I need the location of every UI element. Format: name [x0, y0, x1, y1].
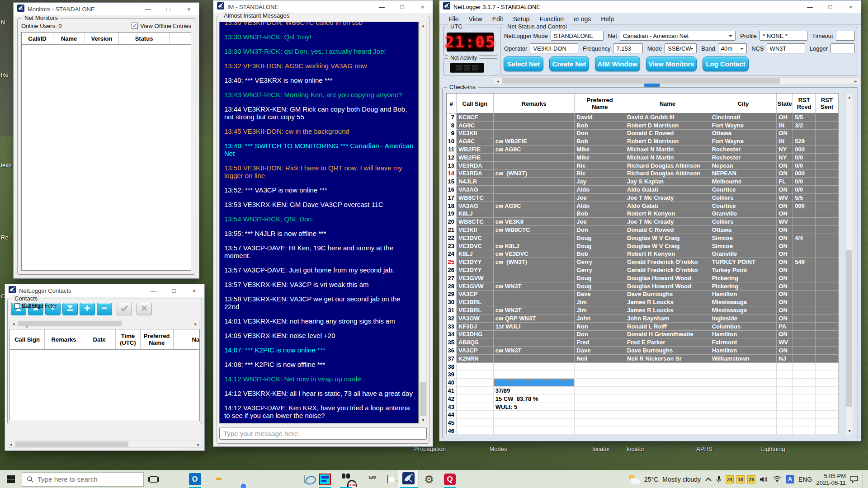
im-titlebar[interactable]: IM - STANDALONE — □ ×	[213, 0, 433, 13]
log-contact-button[interactable]: Log Contact	[703, 56, 749, 71]
checkin-row[interactable]: 34VE3DHGDonDonald H GrisenthwaiteHamilto…	[447, 331, 839, 339]
checkin-row[interactable]: 44	[447, 411, 839, 419]
maximize-button[interactable]: □	[158, 3, 179, 15]
desktop-icon-label[interactable]: locator	[613, 446, 658, 452]
checkin-row[interactable]: 30VE3BRLJimJames R LoucksMississaugaON	[447, 298, 839, 306]
display-settings-taskbar-button[interactable]	[377, 470, 398, 488]
column-header[interactable]: Preferred Name	[141, 329, 174, 349]
close-button[interactable]: ×	[840, 0, 861, 13]
menu-setup[interactable]: Setup	[509, 14, 534, 23]
checkin-row[interactable]: 40	[447, 379, 839, 387]
net-filter-checkbox[interactable]	[14, 303, 20, 309]
checkin-row[interactable]: 15N4JLRJayJay S KaplanMelbourneFL0/0	[447, 178, 839, 186]
column-header[interactable]: RST Sent	[816, 94, 839, 113]
checkin-row[interactable]: 46	[447, 427, 839, 434]
checkin-row[interactable]: 37K2NRNNeilNeil R Nickerson SrWilliamsto…	[447, 355, 839, 363]
column-header[interactable]: Name	[625, 94, 710, 113]
desktop-icon-label[interactable]: Lightning	[750, 446, 796, 452]
checkin-row[interactable]: 4137/89	[447, 387, 839, 395]
settings-taskbar-button[interactable]: ⚙	[419, 470, 439, 488]
chrome-taskbar-button[interactable]	[226, 470, 247, 488]
cw-skimmer-taskbar-button[interactable]: CW	[335, 470, 356, 488]
google-earth-taskbar-button[interactable]: Pro	[356, 470, 377, 488]
taskbar-clock[interactable]: 5:05 PM 2021-06-11	[816, 473, 846, 486]
tray-expand-chevron-icon[interactable]	[705, 477, 712, 482]
create-net-button[interactable]: Create Net	[549, 56, 589, 71]
checkin-row[interactable]: 23VE3DVCcw K8LJDougDouglas W V CraigSimc…	[447, 242, 839, 250]
monitors-table[interactable]: Call/IDNameVersionStatus	[21, 32, 191, 271]
timeout-field[interactable]	[836, 31, 855, 41]
checkin-row[interactable]: 18VA3AGcw AG9CAldoAldo GalatiCourticeON0…	[447, 202, 839, 210]
checkin-row[interactable]: 32VA3OWcw QRP WN3TJohnJohn BaynhamIngles…	[447, 314, 839, 323]
checkin-row[interactable]: 14VE3RDAcw (WN3T)RicRichard Douglas Atki…	[447, 170, 839, 178]
menu-elogs[interactable]: eLogs	[569, 14, 595, 23]
checkin-row[interactable]: 20WB8CTCcw VE3KIIJoeJoe T Mc CreadyColli…	[447, 218, 839, 226]
column-header[interactable]: City	[710, 94, 777, 113]
desktop-icon-label[interactable]: Modes	[476, 446, 521, 452]
column-header[interactable]: Call/ID	[22, 33, 53, 44]
column-header[interactable]: Call Sign	[10, 329, 45, 349]
microphone-icon[interactable]	[716, 475, 722, 483]
show-desktop-button[interactable]	[863, 470, 865, 488]
maximize-button[interactable]: □	[164, 284, 184, 297]
column-header[interactable]: Name	[53, 33, 85, 44]
netlogger-mode-field[interactable]: STANDALONE	[551, 31, 604, 41]
network-app-taskbar-button[interactable]	[294, 470, 315, 488]
menu-help[interactable]: Help	[596, 14, 618, 23]
checkin-row[interactable]: 28VE3GVWcw WN3TDougDouglas Howard WoodPi…	[447, 282, 839, 291]
checkin-row[interactable]: 21VE3KIIcw WB8CTCDonDonald C RowedOttawa…	[447, 226, 839, 234]
column-header[interactable]: Status	[119, 33, 170, 44]
checkin-row[interactable]: 24K8LJcw VE3DVCBobRobert R KenyonGranvil…	[447, 250, 839, 258]
outlook-taskbar-button[interactable]: O	[184, 470, 205, 488]
column-header[interactable]: Remarks	[494, 94, 575, 113]
search-input[interactable]	[38, 475, 128, 483]
taskbar-search[interactable]	[22, 472, 144, 487]
select-net-button[interactable]: Select Net	[504, 56, 543, 71]
column-header[interactable]: Remarks	[45, 329, 83, 349]
close-button[interactable]: ×	[412, 0, 433, 13]
language-indicator[interactable]: ENG	[798, 476, 812, 483]
checkin-row[interactable]: 13VE3RDARicRichard Douglas AtkinsonNepea…	[447, 162, 839, 170]
contacts-top-scrollbar[interactable]: ◂ ▸	[9, 320, 200, 327]
netlogger-titlebar[interactable]: NetLogger 3.1.7 - STANDALONE — □ ×	[439, 0, 861, 13]
close-button[interactable]: ×	[179, 3, 199, 15]
checkin-row[interactable]: 8AG9CBobRobert D MorrisonFort WayneIN3/2	[447, 122, 839, 130]
action-center-icon[interactable]	[850, 475, 859, 483]
operator-field[interactable]: VE3KII-DON	[530, 43, 578, 53]
contacts-bottom-scrollbar[interactable]: ◂ ▸	[7, 441, 203, 448]
netlogger-hscrollbar[interactable]: ◂ ▸	[494, 77, 860, 84]
checkin-row[interactable]: 39	[447, 371, 839, 379]
column-header[interactable]: Na	[174, 329, 199, 349]
im-message-input[interactable]	[219, 427, 427, 440]
column-header[interactable]: Version	[85, 33, 119, 44]
start-button[interactable]	[0, 470, 22, 488]
minimize-button[interactable]: —	[143, 284, 164, 297]
weather-icon[interactable]	[628, 474, 640, 484]
log-viewer-taskbar-button[interactable]	[315, 470, 335, 488]
tray-badge[interactable]: 18	[736, 475, 745, 483]
logger-field[interactable]	[830, 43, 855, 53]
monitors-titlebar[interactable]: Monitors - STANDALONE — □ ×	[14, 3, 199, 15]
maximize-button[interactable]: □	[392, 0, 412, 13]
checkin-row[interactable]: 38	[447, 363, 839, 371]
checkin-row[interactable]: 25VE3DYYcw (WN3T)GerryGerald Frederick O…	[447, 258, 839, 266]
minimize-button[interactable]: —	[372, 0, 392, 13]
checkin-row[interactable]: 31VE3BRLcw WN3TJimJames R LoucksMississa…	[447, 306, 839, 314]
ime-indicator[interactable]: A	[786, 475, 794, 483]
temperature[interactable]: 25°C	[644, 476, 658, 483]
speaker-icon[interactable]	[760, 476, 769, 483]
menu-edit[interactable]: Edit	[488, 14, 508, 23]
column-header[interactable]: #	[447, 94, 457, 113]
checkin-row[interactable]: 7KC8CFDavidDavid A Grubb IiiCincinnatiOH…	[447, 113, 839, 122]
ncs-field[interactable]: WN3T	[767, 43, 805, 53]
file-explorer-taskbar-button[interactable]	[205, 470, 226, 488]
column-header[interactable]: Preferred Name	[575, 94, 625, 113]
tray-badge[interactable]: 24	[726, 475, 734, 483]
desktop-icon-label[interactable]: APRS	[682, 446, 727, 452]
maximize-button[interactable]: □	[820, 0, 840, 13]
column-header[interactable]: Time (UTC)	[116, 329, 140, 349]
desktop-icon-label[interactable]: iexp	[1, 162, 12, 169]
checkin-row[interactable]: 26VE3DYYGerryGerald Frederick O'robkoTur…	[447, 266, 839, 274]
mode-dropdown[interactable]: SSB/CW	[665, 43, 697, 53]
minimize-button[interactable]: —	[800, 0, 820, 13]
